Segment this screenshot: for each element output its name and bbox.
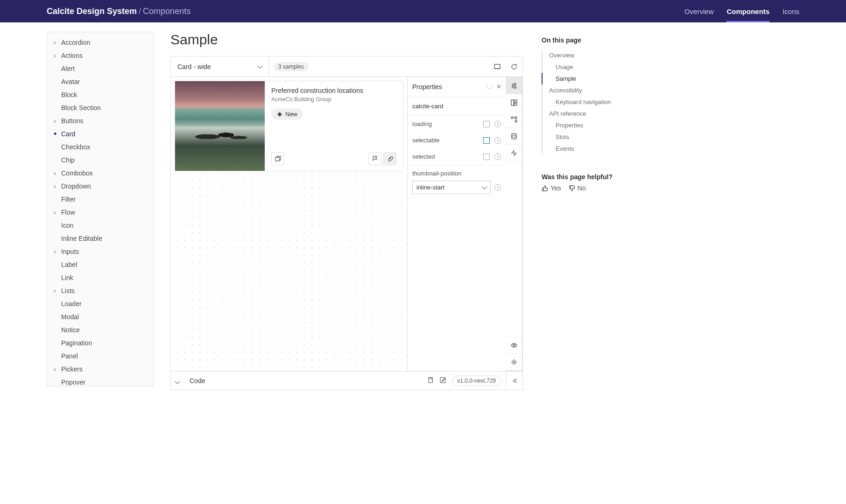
collapse-rail-button[interactable] [506, 371, 523, 390]
samples-count-chip: 3 samples [274, 62, 309, 71]
svg-rect-10 [511, 100, 514, 105]
site-header: Calcite Design System/Components Overvie… [0, 0, 846, 22]
rail-view-icon[interactable] [506, 337, 522, 354]
right-panel: On this page OverviewUsageSampleAccessib… [523, 22, 663, 504]
toc-item-sample[interactable]: Sample [542, 73, 654, 84]
sidebar-item-link[interactable]: Link [47, 271, 154, 284]
sidebar-item-popover[interactable]: Popover [47, 376, 154, 386]
sidebar-item-combobox[interactable]: Combobox [47, 167, 154, 180]
prop-row-selected: selectedi [408, 148, 506, 165]
sidebar-item-panel[interactable]: Panel [47, 350, 154, 363]
info-icon[interactable]: i [494, 137, 501, 144]
card-heading: Preferred construction locations [271, 87, 396, 94]
sidebar-item-inputs[interactable]: Inputs [47, 245, 154, 258]
rail-layout-icon[interactable] [506, 94, 522, 111]
toc-item-events[interactable]: Events [542, 143, 654, 154]
sidebar-item-avatar[interactable]: Avatar [47, 75, 154, 88]
sidebar-item-pickers[interactable]: Pickers [47, 363, 154, 376]
helpful-yes[interactable]: Yes [542, 184, 561, 192]
toc-item-keyboard-navigation[interactable]: Keyboard navigation [542, 96, 654, 108]
site-title[interactable]: Calcite Design System/Components [47, 7, 190, 16]
sidebar-item-filter[interactable]: Filter [47, 193, 154, 206]
sidebar-item-block[interactable]: Block [47, 88, 154, 101]
chevron-down-icon [482, 184, 487, 189]
prop-label: selectable [412, 137, 440, 144]
card-action-attach[interactable] [383, 152, 396, 165]
toc-heading: On this page [542, 36, 654, 44]
helpful-question: Was this page helpful? [542, 173, 654, 181]
sidebar-list[interactable]: AccordionActionsAlertAvatarBlockBlock Se… [47, 32, 154, 386]
edit-icon[interactable] [439, 377, 446, 385]
sidebar-item-checkbox[interactable]: Checkbox [47, 140, 154, 154]
close-icon[interactable]: × [497, 83, 501, 91]
prop-row-loading: loadingi [408, 116, 506, 132]
sidebar-item-inline-editable[interactable]: Inline Editable [47, 232, 154, 245]
sidebar-item-flow[interactable]: Flow [47, 206, 154, 219]
sidebar-item-actions[interactable]: Actions [47, 49, 154, 62]
card-action-flag[interactable] [368, 152, 381, 165]
code-bar: Code v1.0.0-next.729 [170, 371, 506, 390]
info-icon[interactable]: i [494, 121, 501, 127]
sidebar-item-block-section[interactable]: Block Section [47, 101, 154, 114]
thumbs-up-icon [542, 185, 549, 192]
nav-icons[interactable]: Icons [783, 7, 799, 15]
nav-components[interactable]: Components [726, 7, 769, 22]
toc-item-accessibility[interactable]: Accessibility [542, 84, 654, 96]
sidebar-item-accordion[interactable]: Accordion [47, 36, 154, 49]
sidebar-item-card[interactable]: Card [47, 127, 154, 140]
preview-card[interactable]: Preferred construction locations AcmeCo … [175, 81, 403, 171]
version-chip: v1.0.0-next.729 [452, 376, 501, 386]
code-expand-chevron[interactable] [176, 377, 179, 385]
svg-point-17 [513, 344, 515, 346]
prop-thumbnail-position-label: thumbnail-position [412, 170, 501, 177]
info-icon[interactable]: i [494, 184, 501, 191]
page-title: Sample [170, 32, 523, 48]
rail-data-icon[interactable] [506, 128, 522, 145]
refresh-icon[interactable] [506, 56, 522, 77]
rail-tree-icon[interactable] [506, 111, 522, 128]
toc-item-properties[interactable]: Properties [542, 119, 654, 131]
loading-spinner-icon [486, 83, 492, 91]
prop-label: selected [412, 153, 435, 160]
thumbs-down-icon [569, 185, 576, 192]
rail-settings-icon[interactable] [506, 354, 522, 371]
helpful-no[interactable]: No [569, 184, 586, 192]
nav-overview[interactable]: Overview [684, 7, 714, 15]
svg-point-14 [515, 117, 517, 119]
sidebar-item-buttons[interactable]: Buttons [47, 114, 154, 127]
sidebar-item-alert[interactable]: Alert [47, 62, 154, 75]
popup-icon [275, 155, 281, 162]
svg-point-16 [512, 133, 516, 135]
card-action-popup[interactable] [271, 152, 284, 165]
toc-item-slots[interactable]: Slots [542, 131, 654, 143]
sidebar-item-chip[interactable]: Chip [47, 154, 154, 167]
sidebar-item-pagination[interactable]: Pagination [47, 336, 154, 350]
prop-label: loading [412, 120, 432, 127]
sidebar-item-loader[interactable]: Loader [47, 297, 154, 310]
toc-item-overview[interactable]: Overview [542, 49, 654, 61]
svg-rect-0 [494, 64, 500, 69]
sidebar-item-notice[interactable]: Notice [47, 323, 154, 336]
toc-item-usage[interactable]: Usage [542, 61, 654, 73]
sidebar-item-lists[interactable]: Lists [47, 284, 154, 297]
sparkle-icon [277, 112, 282, 117]
sidebar-item-modal[interactable]: Modal [47, 310, 154, 323]
card-subtitle: AcmeCo Building Group [271, 96, 396, 103]
prop-checkbox-loading[interactable] [483, 121, 490, 127]
toc-item-api-reference[interactable]: API reference [542, 108, 654, 119]
sample-select[interactable]: Card - wide [171, 56, 269, 77]
rail-sliders-icon[interactable] [506, 77, 522, 94]
prop-checkbox-selectable[interactable] [483, 137, 490, 144]
sidebar-item-dropdown[interactable]: Dropdown [47, 180, 154, 193]
fullscreen-icon[interactable] [489, 56, 506, 77]
card-chip-new[interactable]: New [271, 108, 303, 120]
chevron-down-icon [257, 63, 262, 68]
prop-checkbox-selected[interactable] [483, 154, 490, 160]
sidebar-item-label[interactable]: Label [47, 258, 154, 271]
rail-activity-icon[interactable] [506, 145, 522, 161]
sidebar-item-icon[interactable]: Icon [47, 219, 154, 232]
svg-point-18 [513, 361, 515, 363]
info-icon[interactable]: i [494, 154, 501, 160]
thumbnail-position-select[interactable]: inline-start [412, 181, 491, 194]
copy-icon[interactable] [427, 377, 434, 385]
